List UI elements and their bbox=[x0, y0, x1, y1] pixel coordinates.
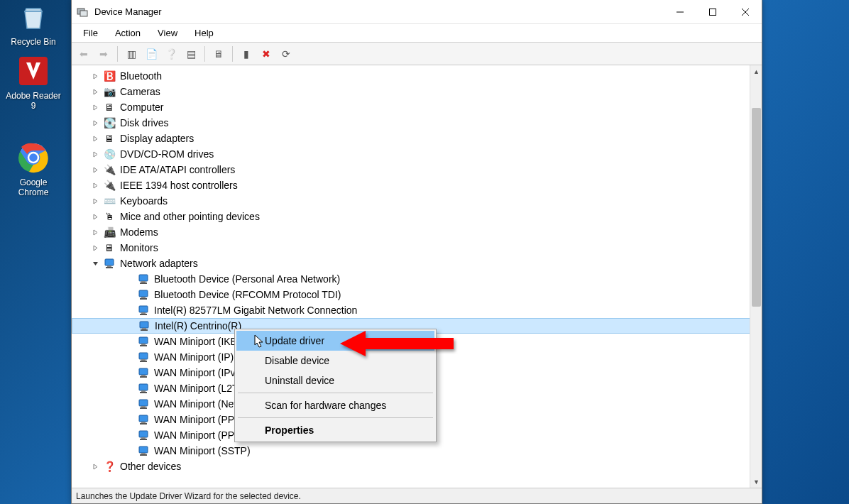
back-icon: ⬅ bbox=[75, 45, 93, 63]
device-label: Bluetooth bbox=[120, 69, 162, 83]
expand-icon[interactable] bbox=[90, 118, 100, 128]
collapse-icon[interactable] bbox=[90, 258, 100, 268]
device-category[interactable]: 📷Cameras bbox=[72, 84, 762, 99]
svg-rect-39 bbox=[140, 392, 147, 393]
context-menu-item[interactable]: Scan for hardware changes bbox=[236, 395, 434, 415]
device-category[interactable]: Network adapters bbox=[72, 256, 762, 271]
scroll-thumb[interactable] bbox=[752, 108, 761, 307]
device-icon bbox=[137, 351, 150, 363]
annotation-arrow bbox=[340, 329, 461, 358]
device-label: Disk drives bbox=[120, 116, 168, 130]
device-category[interactable]: 🖱Mice and other pointing devices bbox=[72, 209, 762, 224]
device-label: Monitors bbox=[120, 241, 158, 255]
device-node[interactable]: Intel(R) 82577LM Gigabit Network Connect… bbox=[72, 302, 762, 318]
device-icon: 🖱 bbox=[103, 210, 116, 223]
svg-rect-20 bbox=[141, 297, 146, 298]
device-category[interactable]: 💿DVD/CD-ROM drives bbox=[72, 146, 762, 162]
device-icon: 📠 bbox=[103, 226, 116, 239]
expand-icon[interactable] bbox=[90, 149, 100, 159]
device-icon bbox=[103, 257, 116, 270]
svg-rect-32 bbox=[141, 359, 146, 361]
device-node[interactable]: Bluetooth Device (Personal Area Network) bbox=[72, 271, 762, 287]
desktop-icon-chrome[interactable]: Google Chrome bbox=[6, 141, 61, 197]
device-node[interactable]: Bluetooth Device (RFCOMM Protocol TDI) bbox=[72, 287, 762, 302]
device-category[interactable]: 🖥Display adapters bbox=[72, 131, 762, 146]
expand-icon[interactable] bbox=[90, 180, 100, 190]
device-icon: 🅱️ bbox=[103, 70, 116, 82]
expand-icon[interactable] bbox=[90, 165, 100, 175]
svg-marker-52 bbox=[340, 331, 454, 356]
device-label: Computer bbox=[120, 100, 163, 114]
svg-rect-13 bbox=[105, 259, 114, 265]
update-driver-icon[interactable]: 🖥 bbox=[209, 45, 228, 63]
svg-rect-26 bbox=[142, 328, 146, 329]
no-expander bbox=[124, 305, 134, 315]
menubar: File Action View Help bbox=[72, 24, 762, 43]
svg-rect-8 bbox=[80, 11, 87, 16]
expand-icon[interactable] bbox=[90, 133, 100, 143]
expand-icon[interactable] bbox=[90, 71, 100, 81]
device-label: WAN Miniport (IKE bbox=[154, 334, 237, 349]
expand-icon[interactable] bbox=[90, 102, 100, 112]
expand-icon[interactable] bbox=[90, 227, 100, 237]
device-icon bbox=[137, 398, 150, 410]
device-icon bbox=[137, 382, 150, 395]
scroll-up-icon[interactable]: ▲ bbox=[750, 65, 762, 77]
menu-action[interactable]: Action bbox=[108, 26, 148, 40]
device-category[interactable]: 🖥Monitors bbox=[72, 240, 762, 256]
device-label: Cameras bbox=[120, 84, 160, 99]
menu-help[interactable]: Help bbox=[187, 26, 221, 40]
svg-rect-21 bbox=[140, 298, 147, 300]
svg-rect-16 bbox=[139, 275, 148, 281]
expand-icon[interactable] bbox=[90, 461, 100, 471]
desktop-icon-adobe[interactable]: Adobe Reader 9 bbox=[6, 54, 61, 111]
recycle-bin-icon bbox=[16, 0, 50, 34]
expand-icon[interactable] bbox=[90, 212, 100, 221]
scroll-down-icon[interactable]: ▼ bbox=[750, 476, 762, 488]
device-icon bbox=[137, 413, 150, 426]
desktop-icon-recycle-bin[interactable]: Recycle Bin bbox=[6, 0, 61, 47]
expand-icon[interactable] bbox=[90, 243, 100, 253]
device-icon bbox=[137, 288, 150, 301]
device-icon: 🖥 bbox=[103, 132, 116, 145]
scan-icon[interactable]: ▤ bbox=[182, 45, 200, 63]
enable-device-icon[interactable]: ▮ bbox=[237, 45, 256, 63]
svg-rect-28 bbox=[139, 337, 148, 344]
close-button[interactable] bbox=[729, 0, 762, 24]
expand-icon[interactable] bbox=[90, 196, 100, 206]
device-category[interactable]: 📠Modems bbox=[72, 224, 762, 240]
svg-rect-30 bbox=[140, 345, 147, 346]
no-expander bbox=[124, 399, 134, 409]
menu-file[interactable]: File bbox=[76, 26, 105, 40]
vertical-scrollbar[interactable]: ▲ ▼ bbox=[750, 65, 762, 488]
expand-icon[interactable] bbox=[90, 87, 100, 97]
device-category[interactable]: 💽Disk drives bbox=[72, 115, 762, 131]
toolbar: ⬅➡▥📄❔▤🖥▮✖⟳ bbox=[72, 43, 762, 65]
svg-rect-43 bbox=[139, 415, 148, 422]
device-category[interactable]: 🅱️Bluetooth bbox=[72, 68, 762, 84]
uninstall-icon[interactable]: ✖ bbox=[257, 45, 275, 63]
device-category[interactable]: 🔌IDE ATA/ATAPI controllers bbox=[72, 162, 762, 177]
device-node[interactable]: WAN Miniport (SSTP) bbox=[72, 443, 762, 459]
device-label: WAN Miniport (IP) bbox=[154, 350, 234, 364]
device-icon: 🖥 bbox=[103, 241, 116, 254]
device-category[interactable]: 🖥Computer bbox=[72, 99, 762, 115]
maximize-button[interactable] bbox=[696, 0, 729, 24]
svg-rect-10 bbox=[710, 9, 716, 15]
scan-hardware-icon[interactable]: ⟳ bbox=[277, 45, 295, 63]
menu-separator bbox=[238, 393, 433, 393]
no-expander bbox=[124, 430, 134, 440]
show-hide-tree-icon[interactable]: ▥ bbox=[122, 45, 141, 63]
help-icon[interactable]: ❔ bbox=[162, 45, 180, 63]
fwd-icon: ➡ bbox=[94, 45, 113, 63]
menu-view[interactable]: View bbox=[150, 26, 185, 40]
device-category[interactable]: 🔌IEEE 1394 host controllers bbox=[72, 177, 762, 193]
device-category[interactable]: ⌨️Keyboards bbox=[72, 193, 762, 209]
minimize-button[interactable] bbox=[664, 0, 696, 24]
device-icon: 🖥 bbox=[103, 101, 116, 114]
device-category[interactable]: ❓Other devices bbox=[72, 459, 762, 474]
context-menu-item[interactable]: Properties bbox=[236, 420, 434, 440]
context-menu-item[interactable]: Uninstall device bbox=[236, 371, 434, 390]
titlebar[interactable]: Device Manager bbox=[72, 0, 762, 24]
properties-icon[interactable]: 📄 bbox=[142, 45, 160, 63]
